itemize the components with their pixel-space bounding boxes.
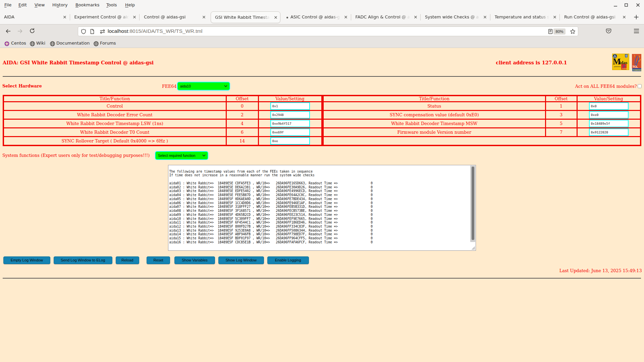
fee64-select[interactable]: aida10 (177, 82, 230, 90)
tab-run-control[interactable]: Run Control @ aidas-gsi (559, 10, 629, 24)
tab-system-checks[interactable]: System wide Checks @ aidas-gsi (420, 10, 490, 24)
reg-title: White Rabbit Decoder Timestamp LSW (1ns) (3, 119, 226, 128)
reg-title: Firmware module Version number (323, 128, 545, 137)
log-window[interactable]: The following are timestamp values from … (168, 165, 476, 251)
reg-title: SYNC compensation value (default 0xE0) (323, 111, 545, 119)
reg-offset: 6 (226, 128, 258, 137)
reg-title: SYNC Rollover Target ( Default 0x4000 =>… (3, 137, 226, 146)
tab-control[interactable]: Control @ aidas-gsi (139, 10, 209, 24)
empty-log-button[interactable]: Empty Log Window (3, 256, 50, 264)
page-info-icon[interactable] (90, 29, 95, 34)
globe-icon (50, 41, 55, 46)
url-text[interactable]: localhost:8015/AIDA/TS_WR/TS_WR.tml (108, 26, 203, 36)
tab-gsi-white-rabbit-active[interactable]: GSI White Rabbit Timestamp Control @ aid… (211, 11, 280, 23)
forward-icon[interactable] (17, 28, 23, 34)
registers-table-right: Title/FunctionOffsetValue/Setting Status… (322, 95, 641, 146)
tab-close-icon[interactable] (202, 15, 206, 19)
reg-offset: 2 (226, 111, 258, 119)
new-tab-icon[interactable] (633, 13, 640, 21)
reg-value-input[interactable] (270, 111, 310, 119)
tab-close-icon[interactable] (483, 15, 487, 19)
svg-text:POWERED: POWERED (633, 69, 642, 71)
last-updated: Last Updated: June 13, 2025 15:49:13 (559, 269, 642, 273)
tab-separator (490, 14, 490, 20)
page-content: AIDA: GSI White Rabbit Timestamp Control… (0, 48, 644, 362)
registers-table-left: Title/FunctionOffsetValue/Setting Contro… (3, 95, 323, 146)
back-icon[interactable] (5, 28, 11, 34)
show-variables-button[interactable]: Show Variables (174, 256, 215, 264)
system-functions-select[interactable]: Select required function (155, 151, 208, 160)
tab-close-icon[interactable] (552, 15, 557, 19)
tab-separator (420, 14, 421, 20)
bookmarks-toolbar: Centos Wiki Documentation Forums (0, 38, 644, 48)
midas-logo[interactable]: M idas powered by POWERED (612, 54, 629, 70)
bookmark-star-icon[interactable] (570, 28, 576, 34)
navigation-toolbar: localhost:8015/AIDA/TS_WR/TS_WR.tml 80% (0, 24, 644, 38)
url-bar[interactable]: localhost:8015/AIDA/TS_WR/TS_WR.tml 80% (78, 26, 578, 36)
pocket-icon[interactable] (606, 28, 611, 34)
reg-value-input[interactable] (589, 111, 629, 119)
svg-text:powered by: powered by (614, 66, 621, 67)
close-window-icon[interactable] (634, 0, 642, 10)
menu-edit[interactable]: Edit (18, 0, 27, 10)
horizontal-rule (3, 278, 641, 279)
act-on-all-label: Act on ALL FEE64 modules? (575, 84, 637, 89)
empty-row (323, 137, 641, 145)
shield-icon[interactable] (81, 29, 86, 34)
tab-close-icon[interactable] (62, 15, 67, 19)
restore-window-icon[interactable] (622, 0, 630, 10)
zoom-level-badge[interactable]: 80% (553, 28, 566, 35)
reg-value-input[interactable] (589, 102, 629, 110)
app-menu-hamburger-icon[interactable] (634, 28, 639, 34)
log-scrollbar-thumb[interactable] (472, 167, 474, 240)
act-on-all-checkbox[interactable] (638, 84, 642, 88)
minimize-icon[interactable] (611, 0, 620, 10)
reg-value-input[interactable] (270, 120, 310, 127)
tab-unloaded-dot (286, 17, 288, 18)
permissions-tune-icon[interactable] (100, 29, 105, 34)
menu-view[interactable]: View (35, 0, 45, 10)
reg-offset: 0 (226, 102, 258, 111)
tab-separator (559, 14, 560, 20)
menu-bookmarks[interactable]: Bookmarks (75, 0, 100, 10)
tab-close-icon[interactable] (413, 15, 418, 19)
tab-asic-control[interactable]: ASIC Control @ aidas-gsi (281, 10, 351, 24)
resize-grip-icon[interactable] (471, 246, 475, 250)
send-log-to-elog-button[interactable]: Send Log Window to ELog (54, 256, 112, 264)
tab-close-icon[interactable] (343, 15, 348, 19)
menu-file[interactable]: File (4, 0, 11, 10)
menu-bar: File Edit View History Bookmarks Tools H… (0, 0, 644, 10)
reload-button[interactable]: Reload (116, 256, 139, 264)
reg-value-input[interactable] (589, 128, 629, 136)
tab-close-icon[interactable] (273, 15, 278, 20)
tcl-powered-logo[interactable]: TCL POWERED (632, 54, 642, 71)
reader-mode-icon[interactable] (548, 29, 553, 34)
menu-help[interactable]: Help (125, 0, 135, 10)
select-hardware-label: Select Hardware (2, 84, 42, 88)
tab-aida[interactable]: AIDA (0, 10, 69, 24)
client-address: client address is 127.0.0.1 (496, 60, 567, 65)
reg-value-input[interactable] (270, 128, 310, 136)
reg-value-input[interactable] (270, 137, 310, 145)
tab-fadc-align[interactable]: FADC Align & Control @ aidas-gsi (351, 10, 420, 24)
reset-button[interactable]: Reset (147, 256, 170, 264)
menu-history[interactable]: History (52, 0, 68, 10)
log-scrollbar[interactable] (470, 166, 475, 242)
tab-close-icon[interactable] (622, 15, 627, 19)
globe-icon (94, 41, 99, 46)
tab-experiment-control[interactable]: Experiment Control @ aidas-gsi (70, 10, 139, 24)
browser-window: File Edit View History Bookmarks Tools H… (0, 0, 644, 362)
show-log-window-button[interactable]: Show Log Window (218, 256, 264, 264)
reg-title: White Rabbit Decoder T0 Count (3, 128, 226, 137)
page-title: AIDA: GSI White Rabbit Timestamp Control… (3, 60, 154, 65)
tab-temperature-scan[interactable]: Temperature and status scan @ aidas-gsi (490, 10, 559, 24)
horizontal-rule (3, 76, 641, 77)
tab-close-icon[interactable] (132, 15, 137, 19)
reg-value-input[interactable] (589, 120, 629, 127)
enable-logging-button[interactable]: Enable Logging (267, 256, 309, 264)
menu-tools[interactable]: Tools (106, 0, 117, 10)
tcl-logo-image: TCL POWERED (632, 54, 642, 71)
reload-icon[interactable] (30, 28, 35, 34)
reg-value-input[interactable] (270, 102, 310, 110)
chevron-down-icon (202, 155, 206, 157)
